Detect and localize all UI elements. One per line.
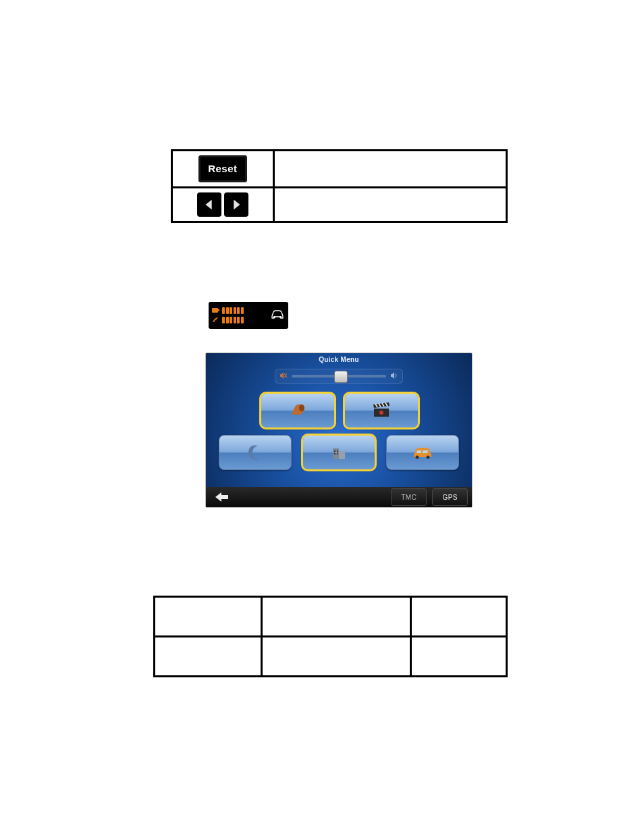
- cell-arrows-desc: [273, 188, 506, 222]
- slider-track: [292, 375, 386, 377]
- table-row: [155, 597, 507, 637]
- quick-menu-screenshot: Quick Menu: [205, 353, 473, 508]
- table-row: Reset: [172, 151, 507, 188]
- cell: [155, 637, 262, 677]
- controls-table: Reset: [171, 149, 508, 223]
- svg-rect-14: [337, 453, 338, 454]
- svg-rect-13: [334, 453, 336, 454]
- quick-menu-grid: [206, 393, 472, 470]
- table-row: [172, 188, 507, 222]
- tile-sound[interactable]: [261, 393, 335, 428]
- svg-rect-10: [339, 451, 345, 459]
- table-row: [155, 637, 507, 677]
- cell-arrow-buttons: [172, 188, 274, 222]
- tmc-button[interactable]: TMC: [391, 488, 427, 506]
- reset-button[interactable]: Reset: [198, 155, 247, 182]
- slider-thumb[interactable]: [334, 371, 348, 383]
- gps-button[interactable]: GPS: [432, 488, 468, 506]
- cell-reset-desc: [273, 151, 506, 188]
- loudspeaker-icon: [288, 401, 308, 420]
- svg-point-3: [279, 316, 281, 318]
- cell: [155, 597, 262, 637]
- tile-night[interactable]: [219, 435, 292, 470]
- battery-bars: [222, 307, 244, 314]
- document-page: Reset: [0, 0, 644, 834]
- status-indicator: [209, 302, 288, 329]
- next-button[interactable]: [224, 192, 248, 217]
- cell: [262, 597, 411, 637]
- svg-rect-0: [212, 308, 218, 313]
- tile-video[interactable]: [344, 393, 419, 428]
- svg-point-16: [427, 456, 430, 459]
- cell: [411, 597, 507, 637]
- tile-vehicle[interactable]: [386, 435, 459, 470]
- buildings-icon: [329, 443, 349, 462]
- quick-menu-title: Quick Menu: [206, 353, 472, 365]
- car-icon: [411, 445, 434, 460]
- clapboard-icon: [371, 402, 392, 419]
- svg-rect-12: [337, 450, 338, 452]
- quick-menu-bottom-bar: TMC GPS: [206, 487, 472, 507]
- speaker-icon: [390, 370, 398, 382]
- prev-arrow-icon: [202, 197, 217, 212]
- svg-point-8: [379, 411, 383, 415]
- arrow-button-group: [177, 192, 269, 217]
- svg-rect-1: [218, 309, 219, 311]
- cell: [411, 637, 507, 677]
- tile-buildings[interactable]: [302, 435, 375, 470]
- svg-point-6: [299, 405, 304, 411]
- speaker-mute-icon: [279, 370, 288, 382]
- back-arrow-icon: [213, 491, 231, 503]
- svg-rect-11: [334, 450, 336, 452]
- moon-icon: [246, 444, 265, 461]
- cell: [262, 637, 411, 677]
- next-arrow-icon: [229, 197, 244, 212]
- volume-slider[interactable]: [275, 369, 403, 384]
- svg-point-2: [273, 316, 275, 318]
- satellite-icon: [212, 317, 220, 324]
- lower-table: [153, 596, 508, 677]
- back-button[interactable]: [206, 487, 238, 507]
- prev-button[interactable]: [197, 192, 221, 217]
- car-outline-icon: [270, 308, 285, 323]
- battery-icon: [212, 307, 220, 315]
- cell-reset-button: Reset: [172, 151, 274, 188]
- svg-point-15: [416, 456, 419, 459]
- signal-bars: [222, 317, 244, 323]
